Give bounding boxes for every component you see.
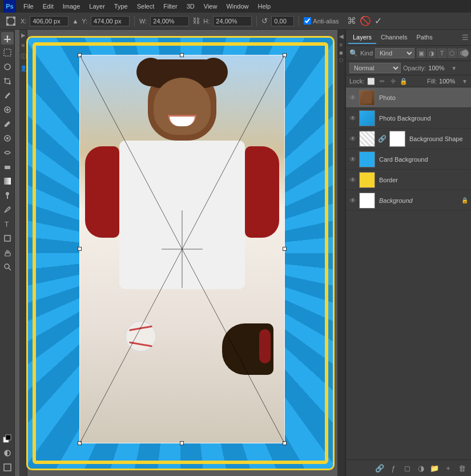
add-style-icon[interactable]: ƒ [388, 462, 399, 474]
layer-eye-photo[interactable]: 👁 [348, 93, 357, 102]
foreground-bg-colors[interactable] [1, 433, 14, 445]
layer-thumb-card-bg [359, 151, 375, 167]
layer-item-background[interactable]: 👁 Background 🔒 [346, 190, 471, 211]
h-input[interactable] [213, 16, 252, 26]
panel-layers-icon[interactable]: ≡ [340, 42, 343, 48]
gradient-tool[interactable] [1, 175, 14, 187]
clone-tool[interactable] [1, 132, 14, 145]
pen-tool[interactable] [1, 203, 14, 216]
menu-help[interactable]: Help [254, 2, 275, 11]
screen-mode-icon[interactable] [1, 461, 14, 474]
x-input[interactable] [30, 16, 69, 26]
crop-tool[interactable] [1, 75, 14, 87]
filter-adjustment-icon[interactable]: ◑ [427, 49, 436, 58]
filter-type-icon[interactable]: T [437, 49, 446, 58]
link-layers-icon[interactable]: 🔗 [374, 462, 385, 474]
eyedropper-tool[interactable] [1, 89, 14, 102]
menu-3d[interactable]: 3D [183, 2, 199, 11]
lasso-tool[interactable] [1, 61, 14, 73]
layer-eye-photo-bg[interactable]: 👁 [348, 114, 357, 123]
w-input[interactable] [150, 16, 189, 26]
y-input[interactable] [91, 16, 130, 26]
dodge-tool[interactable] [1, 189, 14, 202]
svg-point-7 [5, 64, 10, 70]
marquee-tool[interactable] [1, 46, 14, 59]
confirm-transform-icon[interactable]: ✓ [375, 15, 382, 26]
layer-item-card-bg[interactable]: 👁 Card Background [346, 149, 471, 170]
svg-rect-6 [4, 49, 11, 56]
layer-item-photo[interactable]: 👁 Photo [346, 87, 471, 108]
layer-link-icon-bg-shape[interactable]: 🔗 [378, 135, 387, 143]
lock-position-icon[interactable]: ✏ [377, 77, 387, 86]
canvas-area[interactable]: ▶ ⊕ ⓘ 👤 [15, 30, 337, 476]
opacity-arrow-icon[interactable]: ▼ [451, 65, 457, 71]
panel-bottom: 🔗 ƒ ◻ ◑ 📁 + 🗑 [346, 459, 471, 476]
layer-eye-border[interactable]: 👁 [348, 175, 357, 185]
tab-paths[interactable]: Paths [412, 31, 437, 44]
tab-layers[interactable]: Layers [348, 31, 376, 44]
menu-view[interactable]: View [200, 2, 222, 11]
angle-input[interactable] [271, 16, 294, 26]
lock-all-icon[interactable]: 🔒 [399, 77, 408, 86]
move-tool[interactable] [1, 32, 14, 45]
panel-paths-icon[interactable]: ⬡ [339, 58, 343, 63]
panel-channels-icon[interactable]: ◼ [339, 50, 343, 55]
zoom-tool[interactable] [1, 261, 14, 273]
layer-thumb-background [359, 193, 375, 209]
menu-file[interactable]: File [19, 2, 38, 11]
layer-item-bg-shape[interactable]: 👁 🔗 Background Shape [346, 129, 471, 149]
filter-pixel-icon[interactable]: ▣ [417, 49, 426, 58]
type-tool[interactable]: T [1, 218, 14, 230]
delete-layer-icon[interactable]: 🗑 [456, 462, 468, 474]
layer-eye-card-bg[interactable]: 👁 [348, 155, 357, 164]
svg-marker-5 [4, 35, 11, 42]
menu-layer[interactable]: Layer [85, 2, 109, 11]
canvas-panel-nav2[interactable]: ⊕ [21, 43, 25, 48]
layer-item-border[interactable]: 👁 Border [346, 170, 471, 190]
ps-logo: Ps [3, 0, 16, 13]
transform-mode-icon[interactable] [5, 15, 17, 27]
angle-icon: ▲ [72, 18, 78, 25]
lock-artboards-icon[interactable]: ✛ [388, 77, 397, 86]
warp-icon[interactable]: ⌘ [347, 15, 356, 26]
menu-image[interactable]: Image [59, 2, 84, 11]
cancel-transform-icon[interactable]: 🚫 [360, 15, 371, 26]
shape-tool[interactable] [1, 232, 14, 245]
svg-point-17 [6, 137, 9, 139]
fill-arrow-icon[interactable]: ▼ [462, 78, 468, 85]
add-mask-icon[interactable]: ◻ [401, 462, 413, 474]
hand-tool[interactable] [1, 246, 14, 259]
menu-window[interactable]: Window [222, 2, 252, 11]
menu-edit[interactable]: Edit [39, 2, 58, 11]
eraser-tool[interactable] [1, 161, 14, 173]
anti-alias-checkbox[interactable] [304, 17, 311, 25]
y-label: Y: [82, 18, 87, 25]
menu-select[interactable]: Select [133, 2, 159, 11]
anti-alias-label: Anti-alias [313, 18, 339, 25]
link-proportions-icon[interactable]: ⛓ [192, 17, 200, 25]
lock-pixels-icon[interactable]: ⬜ [367, 77, 376, 86]
canvas-panel-info[interactable]: ⓘ [21, 53, 26, 61]
layer-eye-background[interactable]: 👁 [348, 196, 357, 205]
history-brush-tool[interactable] [1, 146, 14, 159]
quick-mask-icon[interactable] [1, 447, 14, 459]
brush-tool[interactable] [1, 118, 14, 130]
panel-expand-icon[interactable]: ◀ [339, 33, 344, 39]
canvas-panel-nav1[interactable]: ▶ [21, 32, 26, 38]
layer-eye-bg-shape[interactable]: 👁 [348, 134, 357, 143]
menu-type[interactable]: Type [110, 2, 132, 11]
panel-menu-icon[interactable]: ☰ [462, 33, 469, 42]
layer-item-photo-background[interactable]: 👁 Photo Background [346, 108, 471, 129]
new-group-icon[interactable]: 📁 [429, 462, 440, 474]
tab-channels[interactable]: Channels [376, 31, 412, 44]
new-layer-icon[interactable]: + [442, 462, 454, 474]
new-adjustment-icon[interactable]: ◑ [415, 462, 426, 474]
filter-shape-icon[interactable]: ⬡ [448, 49, 457, 58]
healing-tool[interactable] [1, 103, 14, 116]
filter-toggle-dot [462, 50, 469, 57]
menu-filter[interactable]: Filter [159, 2, 181, 11]
layer-name-bg-shape: Background Shape [407, 135, 469, 142]
blend-mode-select[interactable]: Normal Multiply Screen Overlay [349, 63, 401, 73]
filter-kind-select[interactable]: Kind Name Effect Mode Attribute Color [375, 48, 414, 58]
svg-text:T: T [5, 221, 9, 228]
